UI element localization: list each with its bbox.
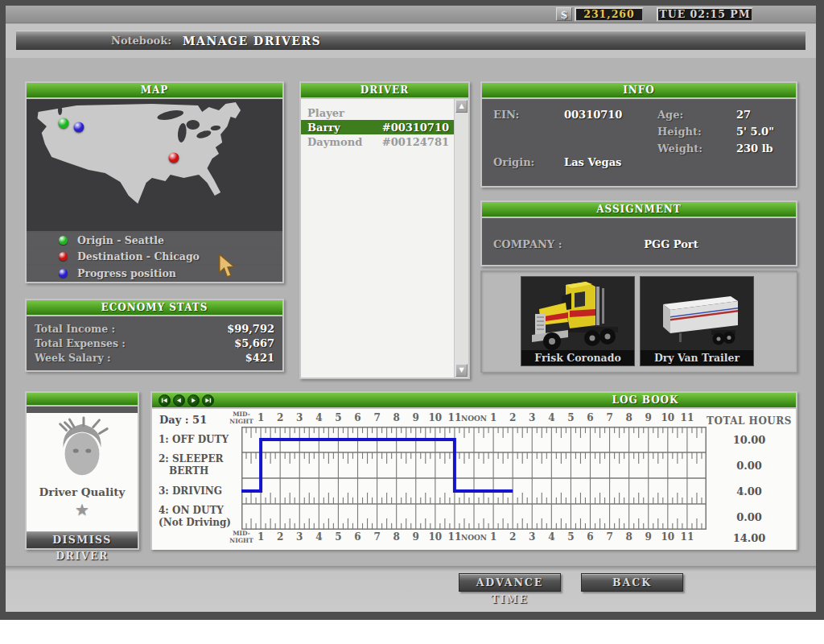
ein-label: EIN: (493, 109, 519, 121)
driver-row[interactable]: Barry#00310710 (301, 120, 454, 134)
legend-dot-icon (59, 269, 68, 278)
next-day-button[interactable] (187, 394, 200, 407)
driver-panel-header: DRIVER (301, 83, 468, 99)
logbook-row-label-line: 1: OFF DUTY (159, 434, 239, 446)
weight-label: Weight: (657, 142, 702, 155)
money-display: 231,260 (575, 7, 644, 22)
driver-list-scrollbar[interactable]: ▲ ▼ (454, 99, 468, 378)
legend-label: Origin - Seattle (77, 234, 164, 246)
hour-axis-top: MID-NIGHT1234567891011NOON1234567891011 (241, 411, 707, 427)
day-label: Day : 51 (159, 414, 207, 426)
notebook-zone: Notebook: MANAGE DRIVERS (6, 24, 816, 58)
last-day-button[interactable] (202, 394, 214, 407)
legend-dot-icon (59, 252, 68, 261)
map-marker-origin (59, 118, 69, 129)
driver-quality-panel: Driver Quality ★ DISMISS DRIVER (25, 391, 139, 550)
company-value: PGG Port (611, 238, 731, 250)
driver-name: Barry (307, 122, 340, 134)
height-value: 5' 5.0" (736, 126, 774, 138)
logbook-nav (159, 394, 214, 407)
map-legend-row: Destination - Chicago (27, 249, 282, 264)
weight-value: 230 lb (736, 142, 773, 155)
economy-label: Total Expenses : (35, 337, 126, 349)
economy-label: Week Salary : (35, 352, 111, 364)
driver-list: PlayerBarry#00310710Daymond#00124781 ▲ ▼ (301, 99, 468, 378)
advance-time-button[interactable]: ADVANCE TIME (459, 573, 561, 592)
origin-value: Las Vegas (564, 156, 621, 168)
scroll-down-icon[interactable]: ▼ (455, 364, 468, 377)
economy-value: $5,667 (234, 337, 274, 349)
driver-id: #00310710 (382, 122, 449, 134)
age-label: Age: (657, 109, 683, 121)
logbook-total-value: 0.00 (705, 460, 793, 472)
driver-quality-body: Driver Quality ★ (27, 413, 138, 540)
trailer-image (641, 277, 753, 350)
dismiss-driver-button[interactable]: DISMISS DRIVER (27, 531, 138, 548)
economy-stats-panel: ECONOMY STATS Total Income :$99,792Total… (25, 299, 284, 372)
logbook-row-label-line: 3: DRIVING (159, 485, 239, 497)
economy-panel-header: ECONOMY STATS (27, 300, 282, 316)
notebook-prefix: Notebook: (111, 35, 171, 47)
truck-image-box: Frisk Coronado (521, 276, 635, 366)
game-screen: $ 231,260 TUE 02:15 PM Notebook: MANAGE … (0, 0, 824, 620)
hour-axis-bottom: MID-NIGHT1234567891011NOON1234567891011 (241, 530, 707, 546)
driver-name: Daymond (307, 136, 362, 148)
map-legend-row: Progress position (27, 266, 282, 281)
logbook-body: Day : 51 MID-NIGHT1234567891011NOON12345… (152, 409, 796, 550)
total-hours-label: TOTAL HOURS (705, 415, 793, 427)
logbook-row-label-line: 2: SLEEPER (159, 453, 239, 465)
logbook-total-value: 0.00 (705, 511, 793, 523)
driver-avatar (51, 413, 113, 484)
truck-caption: Frisk Coronado (521, 350, 634, 365)
economy-value: $99,792 (227, 323, 274, 335)
logbook-total-value: 10.00 (705, 434, 793, 446)
datetime-display: TUE 02:15 PM (657, 7, 753, 22)
logbook-total-value: 4.00 (705, 485, 793, 497)
map-panel-header: MAP (27, 83, 282, 99)
legend-label: Destination - Chicago (77, 250, 200, 262)
map-legend-row: Origin - Seattle (27, 233, 282, 248)
trailer-caption: Dry Van Trailer (641, 350, 753, 365)
notebook-title-bar: Notebook: MANAGE DRIVERS (16, 31, 805, 50)
driver-row[interactable]: Daymond#00124781 (301, 134, 454, 149)
economy-row: Total Income :$99,792 (35, 321, 274, 336)
driver-quality-label: Driver Quality (27, 485, 138, 498)
info-panel: INFO EIN: 00310710 Age: 27 Height: 5' 5.… (480, 81, 797, 188)
logbook-title: LOG BOOK (601, 393, 690, 407)
driver-row[interactable]: Player (301, 105, 454, 120)
logbook-row-label-line: BERTH (159, 465, 239, 477)
economy-value: $421 (245, 352, 274, 364)
driver-panel: DRIVER PlayerBarry#00310710Daymond#00124… (299, 81, 470, 379)
driver-quality-header (27, 393, 138, 407)
logbook-panel: LOG BOOK Day : 51 MID-NIGHT1234567891011… (150, 391, 797, 550)
map-area (27, 99, 282, 231)
footer-bar: ADVANCE TIME BACK (6, 566, 816, 612)
truck-image (521, 277, 634, 350)
first-day-button[interactable] (159, 394, 171, 407)
back-button[interactable]: BACK (581, 573, 683, 592)
hour-label: 11 (670, 412, 705, 423)
map-legend: Origin - SeattleDestination - ChicagoPro… (27, 233, 282, 281)
logbook-row-label: 2: SLEEPERBERTH (159, 452, 239, 478)
logbook-grid (241, 427, 707, 530)
ein-value: 00310710 (564, 109, 622, 121)
page-title: MANAGE DRIVERS (183, 35, 321, 47)
trailer-image-box: Dry Van Trailer (640, 276, 754, 366)
info-body: EIN: 00310710 Age: 27 Height: 5' 5.0" We… (482, 99, 796, 186)
logbook-row-label: 3: DRIVING (159, 478, 239, 504)
legend-dot-icon (59, 236, 68, 245)
info-panel-header: INFO (482, 83, 796, 99)
vehicles-zone: Frisk Coronado Dry Van Trailer (480, 270, 797, 373)
scroll-up-icon[interactable]: ▲ (455, 100, 468, 113)
prev-day-button[interactable] (173, 394, 185, 407)
dollar-icon: $ (556, 7, 572, 21)
driver-quality-stars: ★ (27, 502, 138, 518)
economy-label: Total Income : (35, 323, 115, 335)
logbook-panel-header: LOG BOOK (152, 393, 796, 409)
status-bar: $ 231,260 TUE 02:15 PM (6, 6, 816, 23)
height-label: Height: (657, 126, 702, 138)
economy-row: Week Salary :$421 (35, 350, 274, 365)
legend-label: Progress position (77, 267, 176, 279)
assignment-panel-header: ASSIGNMENT (482, 202, 796, 218)
logbook-row-label-line: 4: ON DUTY (159, 505, 239, 517)
